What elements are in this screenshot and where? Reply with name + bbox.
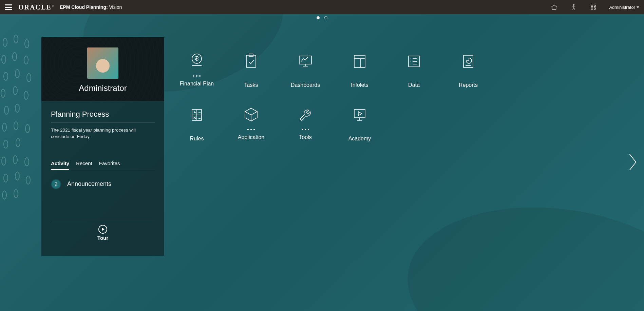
username-label: Administrator <box>41 83 164 93</box>
nav-card-application[interactable]: Application <box>224 104 278 142</box>
tab-activity[interactable]: Activity <box>51 160 69 170</box>
submenu-dots-icon <box>278 129 333 130</box>
nav-card-data[interactable]: Data <box>387 51 441 88</box>
nav-card-tasks[interactable]: Tasks <box>224 51 278 88</box>
accessibility-icon[interactable] <box>570 4 577 11</box>
svg-point-1 <box>591 5 593 6</box>
oracle-logo: ORACLE® <box>18 3 54 11</box>
page-dot-2[interactable] <box>324 16 327 19</box>
nav-label: Data <box>387 82 441 88</box>
monitor-icon <box>295 51 316 72</box>
page-indicator <box>317 16 327 19</box>
announcements-panel: Administrator Planning Process The 2021 … <box>41 37 164 256</box>
user-profile-header: Administrator <box>41 37 164 101</box>
nav-card-dashboards[interactable]: Dashboards <box>278 51 333 88</box>
page-dot-1[interactable] <box>317 16 320 19</box>
nav-label: Rules <box>170 136 224 142</box>
play-icon <box>98 225 107 234</box>
count-badge: 2 <box>51 179 61 189</box>
tab-favorites[interactable]: Favorites <box>99 160 120 170</box>
app-title: EPM Cloud Planning: Vision <box>60 4 122 10</box>
nav-label: Financial Plan <box>170 81 224 87</box>
clipboard-icon <box>241 51 262 72</box>
activity-label: Announcements <box>67 180 111 188</box>
tour-button[interactable]: Tour <box>51 220 155 241</box>
svg-point-3 <box>591 8 593 9</box>
nav-menu-button[interactable] <box>5 4 12 10</box>
nav-label: Tasks <box>224 82 278 88</box>
nav-label: Dashboards <box>278 82 333 88</box>
announcement-text: The 2021 fiscal year planning process wi… <box>51 127 155 140</box>
nav-card-tools[interactable]: Tools <box>278 104 333 142</box>
avatar[interactable] <box>87 47 118 79</box>
chevron-down-icon <box>637 6 639 8</box>
next-page-arrow[interactable] <box>628 153 638 173</box>
play-icon <box>349 104 370 125</box>
list-icon <box>403 51 424 72</box>
apps-icon[interactable] <box>590 4 597 11</box>
wrench-icon <box>295 104 316 125</box>
home-icon[interactable] <box>551 4 557 11</box>
nav-label: Reports <box>441 82 495 88</box>
nav-cluster: Financial PlanTasksDashboardsInfoletsDat… <box>170 51 603 142</box>
nav-label: Infolets <box>333 82 387 88</box>
activity-item-announcements[interactable]: 2 Announcements <box>51 179 155 189</box>
nav-label: Application <box>224 134 278 140</box>
sidecard-tabs: Activity Recent Favorites <box>51 160 155 170</box>
user-menu[interactable]: Administrator <box>609 5 639 10</box>
svg-point-0 <box>573 4 574 5</box>
nav-label: Academy <box>333 136 387 142</box>
nav-card-reports[interactable]: Reports <box>441 51 495 88</box>
home-canvas: Administrator Planning Process The 2021 … <box>0 14 644 311</box>
nav-card-financial-plan[interactable]: Financial Plan <box>170 51 224 88</box>
svg-point-2 <box>594 5 596 6</box>
tab-recent[interactable]: Recent <box>76 160 92 170</box>
nav-label: Tools <box>278 134 333 140</box>
cube-icon <box>241 104 262 125</box>
nav-card-rules[interactable]: Rules <box>170 104 224 142</box>
dollar-icon <box>186 51 207 72</box>
decorative-pattern <box>0 35 37 265</box>
nav-card-academy[interactable]: Academy <box>333 104 387 142</box>
submenu-dots-icon <box>224 129 278 130</box>
global-header: ORACLE® EPM Cloud Planning: Vision Admin… <box>0 0 644 14</box>
svg-point-4 <box>594 8 596 9</box>
calc-icon <box>186 104 207 125</box>
submenu-dots-icon <box>170 75 224 77</box>
layout-icon <box>349 51 370 72</box>
piedoc-icon <box>458 51 479 72</box>
announcement-title: Planning Process <box>51 110 155 122</box>
nav-card-infolets[interactable]: Infolets <box>333 51 387 88</box>
